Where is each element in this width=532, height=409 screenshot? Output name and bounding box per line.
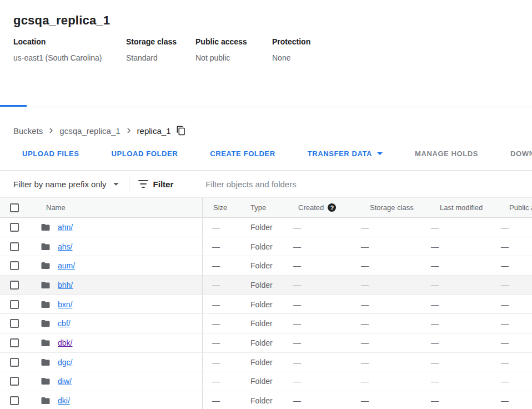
bucket-meta-item: Protection None — [272, 37, 310, 63]
bucket-meta: Location us-east1 (South Carolina) Stora… — [13, 37, 532, 63]
row-checkbox[interactable] — [10, 396, 19, 405]
vertical-divider — [129, 177, 129, 191]
public-access-cell: — — [497, 256, 532, 275]
tab-configuration[interactable] — [35, 82, 62, 107]
type-cell: Folder — [243, 372, 289, 391]
row-checkbox[interactable] — [10, 319, 19, 328]
folder-link[interactable]: diw/ — [58, 377, 72, 386]
folder-icon — [41, 318, 51, 328]
bucket-header: gcsqa_replica_1 Location us-east1 (South… — [0, 0, 532, 63]
col-header-type[interactable]: Type — [243, 198, 289, 217]
name-cell: diw/ — [31, 372, 202, 391]
folder-link[interactable]: bhh/ — [58, 281, 73, 290]
row-checkbox[interactable] — [10, 223, 19, 232]
tab-protection[interactable] — [105, 82, 132, 107]
row-checkbox-cell — [0, 218, 31, 237]
toolbar-button-label: MANAGE HOLDS — [415, 149, 478, 158]
row-checkbox[interactable] — [10, 300, 19, 309]
name-cell: ahn/ — [31, 218, 202, 237]
public-access-cell: — — [497, 218, 532, 237]
upload-files-button[interactable]: UPLOAD FILES — [22, 149, 79, 158]
table-row[interactable]: bxn/ — Folder — — — — — [0, 295, 532, 315]
col-header-last-modified[interactable]: Last modified — [428, 198, 497, 217]
select-all-checkbox[interactable] — [10, 203, 19, 212]
folder-link[interactable]: cbf/ — [58, 319, 71, 328]
created-cell: — — [289, 353, 358, 372]
name-cell: ahs/ — [31, 237, 202, 256]
tab-lifecycle[interactable] — [140, 82, 167, 107]
tab-observability[interactable] — [175, 82, 202, 107]
col-header-size[interactable]: Size — [202, 198, 243, 217]
storage-class-cell: — — [358, 276, 428, 295]
folder-link[interactable]: aum/ — [58, 261, 75, 270]
table-row[interactable]: cbf/ — Folder — — — — — [0, 314, 532, 333]
meta-value: us-east1 (South Carolina) — [13, 53, 126, 63]
type-cell: Folder — [243, 353, 289, 372]
tab-permissions[interactable] — [70, 82, 97, 107]
folder-icon — [41, 300, 51, 310]
row-checkbox-cell — [0, 295, 31, 314]
breadcrumb-items: Buckets gcsqa_replica_1 replica_1 — [13, 126, 170, 136]
folder-link[interactable]: bxn/ — [58, 300, 72, 309]
col-header-storage-class[interactable]: Storage class — [358, 198, 428, 217]
row-checkbox[interactable] — [10, 261, 19, 270]
row-checkbox[interactable] — [10, 338, 19, 347]
folder-link[interactable]: dki/ — [58, 396, 70, 405]
table-row[interactable]: dki/ — Folder — — — — — [0, 391, 532, 409]
row-checkbox[interactable] — [10, 242, 19, 251]
row-checkbox-cell — [0, 333, 31, 352]
help-icon[interactable]: ? — [328, 203, 336, 212]
meta-value: Not public — [195, 53, 272, 63]
size-cell: — — [202, 237, 243, 256]
size-cell: — — [202, 314, 243, 333]
col-header-created[interactable]: Created ? — [289, 198, 358, 217]
created-cell: — — [289, 256, 358, 275]
table-row[interactable]: ahn/ — Folder — — — — — [0, 218, 532, 237]
toolbar-button-label: CREATE FOLDER — [210, 149, 275, 158]
folder-icon — [41, 357, 51, 367]
row-checkbox-cell — [0, 353, 31, 372]
folder-link[interactable]: dbk/ — [58, 338, 72, 347]
table-row[interactable]: bhh/ — Folder — — — — — [0, 276, 532, 295]
storage-class-cell: — — [358, 353, 428, 372]
filter-scope-label: Filter by name prefix only — [13, 179, 107, 189]
row-checkbox[interactable] — [10, 377, 19, 386]
type-cell: Folder — [243, 314, 289, 333]
gcs-bucket-details-page: gcsqa_replica_1 Location us-east1 (South… — [0, 0, 532, 409]
folder-link[interactable]: dgc/ — [58, 358, 72, 367]
row-checkbox-cell — [0, 276, 31, 295]
table-row[interactable]: aum/ — Folder — — — — — [0, 256, 532, 276]
col-header-name[interactable]: Name — [31, 198, 202, 217]
row-checkbox-cell — [0, 256, 31, 275]
filter-scope-selector[interactable]: Filter by name prefix only — [13, 179, 119, 189]
size-cell: — — [202, 276, 243, 295]
row-checkbox[interactable] — [10, 358, 19, 367]
folder-link[interactable]: ahs/ — [58, 242, 72, 251]
created-cell: — — [289, 391, 358, 409]
copy-path-button[interactable] — [176, 126, 186, 136]
storage-class-cell: — — [358, 391, 428, 409]
col-header-created-label: Created — [298, 203, 324, 212]
breadcrumb-item[interactable]: gcsqa_replica_1 — [59, 126, 120, 136]
table-header-row: Name Size Type Created ? Storage class L… — [0, 197, 532, 218]
last-modified-cell: — — [428, 372, 497, 391]
col-header-public-access[interactable]: Public access — [497, 198, 532, 217]
table-body: ahn/ — Folder — — — — ahs/ — Folder — — … — [0, 218, 532, 409]
create-folder-button[interactable]: CREATE FOLDER — [210, 149, 275, 158]
name-cell: dbk/ — [31, 333, 202, 352]
table-row[interactable]: dbk/ — Folder — — — — — [0, 333, 532, 353]
table-row[interactable]: ahs/ — Folder — — — — — [0, 237, 532, 257]
toolbar-button-label: UPLOAD FOLDER — [112, 149, 178, 158]
table-row[interactable]: diw/ — Folder — — — — — [0, 372, 532, 392]
row-checkbox[interactable] — [10, 281, 19, 290]
table-row[interactable]: dgc/ — Folder — — — — — [0, 353, 532, 372]
breadcrumb-item[interactable]: Buckets — [13, 126, 43, 136]
tab-objects[interactable] — [0, 82, 27, 107]
upload-folder-button[interactable]: UPLOAD FOLDER — [112, 149, 178, 158]
folder-link[interactable]: ahn/ — [58, 223, 73, 232]
filter-input[interactable] — [205, 179, 439, 189]
filter-list-icon — [138, 180, 148, 188]
last-modified-cell: — — [428, 353, 497, 372]
page-title: gcsqa_replica_1 — [13, 13, 532, 28]
transfer-data-button[interactable]: TRANSFER DATA — [308, 149, 383, 158]
